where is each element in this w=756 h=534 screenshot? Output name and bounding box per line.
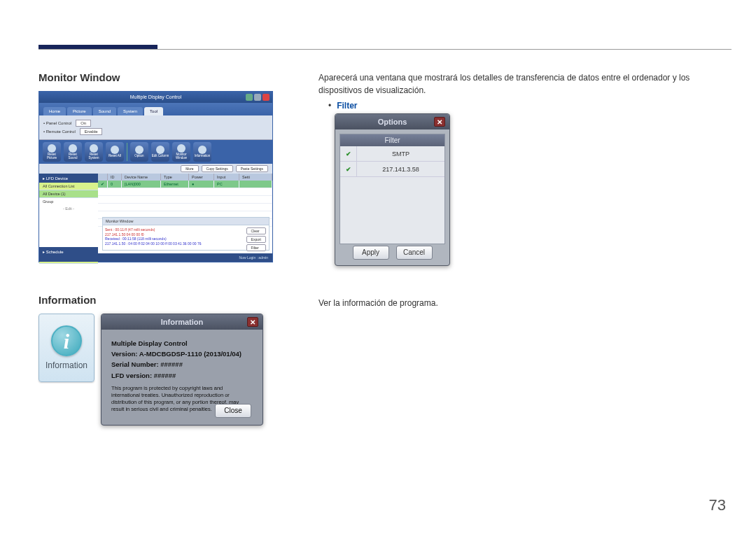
side-row-allconn[interactable]: All Connection List bbox=[39, 183, 98, 190]
filter-dialog-title: Options ✕ bbox=[335, 114, 449, 129]
log-clear-button[interactable]: Clear bbox=[246, 227, 266, 234]
tb-option[interactable]: Option bbox=[130, 142, 148, 162]
filter-value: 217.141.3.58 bbox=[357, 166, 444, 173]
filter-row[interactable]: ✔ SMTP bbox=[340, 146, 444, 162]
filter-value: SMTP bbox=[357, 150, 444, 157]
reset-picture-icon bbox=[48, 144, 56, 153]
close-icon[interactable] bbox=[262, 94, 270, 101]
cancel-button[interactable]: Cancel bbox=[396, 246, 433, 260]
side-hdr-lfd[interactable]: ▸ LFD Device bbox=[39, 174, 98, 183]
tab-picture[interactable]: Picture bbox=[67, 107, 92, 115]
mw-title: Multiple Display Control bbox=[130, 94, 182, 99]
information-icon-card[interactable]: i Information bbox=[38, 314, 94, 382]
tab-sound[interactable]: Sound bbox=[93, 107, 116, 115]
header-rule bbox=[38, 49, 732, 50]
close-button[interactable]: Close bbox=[215, 404, 251, 418]
reset-system-icon bbox=[90, 144, 98, 153]
log-export-button[interactable]: Export bbox=[246, 236, 266, 243]
opt-panel-label: • Panel Control bbox=[43, 121, 71, 125]
tab-system[interactable]: System bbox=[118, 107, 143, 115]
check-icon[interactable]: ✔ bbox=[340, 146, 357, 161]
tb-reset-sound[interactable]: Reset Sound bbox=[64, 142, 82, 162]
opt-remote-label: • Remote Control bbox=[43, 129, 76, 134]
mw-subtoolbar: More Copy Settings Paste Settings bbox=[39, 164, 272, 174]
filter-bullet: •Filter bbox=[318, 101, 728, 111]
tb-monitor-window[interactable]: Monitor Window bbox=[172, 142, 190, 162]
log-filter-button[interactable]: Filter bbox=[246, 244, 266, 251]
monitor-description: Aparecerá una ventana que mostrará los d… bbox=[318, 71, 728, 97]
info-lfd-version: LFD version: ###### bbox=[111, 370, 253, 381]
tb-information[interactable]: Information bbox=[193, 142, 211, 162]
reset-all-icon bbox=[111, 146, 119, 154]
mw-options-area: • Panel Control On • Remote Control Enab… bbox=[39, 115, 272, 140]
mw-sidebar: ▸ LFD Device All Connection List All Dev… bbox=[39, 174, 98, 257]
tb-reset-system[interactable]: Reset System bbox=[85, 142, 103, 162]
section-title-monitor: Monitor Window bbox=[38, 71, 280, 83]
close-icon[interactable]: ✕ bbox=[247, 317, 258, 327]
info-serial: Serial Number: ###### bbox=[111, 359, 253, 370]
check-icon[interactable]: ✔ bbox=[340, 162, 357, 176]
tab-tool[interactable]: Tool bbox=[144, 107, 163, 115]
window-controls bbox=[246, 94, 270, 101]
minimize-icon[interactable] bbox=[246, 94, 253, 101]
information-dialog: Information ✕ Multiple Display Control V… bbox=[101, 314, 263, 426]
mw-tab-strip: Home Picture Sound System Tool bbox=[39, 103, 272, 115]
apply-button[interactable]: Apply bbox=[353, 246, 389, 260]
grid-row-empty bbox=[98, 196, 272, 204]
page-number: 73 bbox=[709, 496, 726, 514]
reset-sound-icon bbox=[69, 144, 77, 153]
tb-reset-all[interactable]: Reset All bbox=[106, 142, 124, 162]
btn-paste-settings[interactable]: Paste Settings bbox=[236, 165, 268, 172]
maximize-icon[interactable] bbox=[254, 94, 261, 101]
btn-more[interactable]: More bbox=[181, 165, 198, 172]
information-description: Ver la información de programa. bbox=[318, 297, 728, 309]
section-title-information: Information bbox=[38, 294, 280, 306]
filter-dialog: Options ✕ Filter ✔ SMTP ✔ 217.141.3.58 A… bbox=[335, 113, 450, 266]
info-dialog-title: Information ✕ bbox=[102, 314, 262, 330]
monitor-window-icon bbox=[177, 144, 186, 153]
option-icon bbox=[135, 146, 144, 154]
mw-titlebar: Multiple Display Control bbox=[39, 92, 272, 103]
side-row-edit[interactable]: - Edit - bbox=[39, 205, 98, 212]
info-version: Version: A-MDCBGDSP-1110 (2013/01/04) bbox=[111, 349, 253, 359]
opt-panel-value[interactable]: On bbox=[76, 120, 91, 127]
info-icon: i bbox=[51, 325, 82, 356]
filter-column-header: Filter bbox=[340, 134, 444, 146]
tab-home[interactable]: Home bbox=[43, 107, 66, 115]
grid-row-selected[interactable]: ✔ 0 [LAN]000 Ethernet ● PC bbox=[98, 181, 272, 188]
btn-copy-settings[interactable]: Copy Settings bbox=[202, 165, 233, 172]
side-row-alldevice[interactable]: All Device (1) bbox=[39, 190, 98, 198]
info-icon-label: Information bbox=[46, 360, 88, 370]
mw-toolbar: Reset Picture Reset Sound Reset System R… bbox=[39, 140, 272, 164]
log-title: Monitor Window bbox=[103, 218, 269, 225]
edit-column-icon bbox=[156, 146, 164, 154]
grid-header: ID Device Name Type Power Input Setti bbox=[98, 174, 272, 181]
monitor-window-screenshot: Multiple Display Control Home Picture So… bbox=[38, 91, 273, 262]
filter-row[interactable]: ✔ 217.141.3.58 bbox=[340, 162, 444, 177]
side-row-group[interactable]: Group bbox=[39, 198, 98, 205]
mw-status-bar: Now Login : admin bbox=[39, 253, 272, 262]
close-icon[interactable]: ✕ bbox=[434, 117, 445, 127]
info-product: Multiple Display Control bbox=[111, 338, 253, 349]
grid-row-empty bbox=[98, 188, 272, 196]
grid-row-empty bbox=[98, 204, 272, 211]
information-icon bbox=[198, 146, 206, 154]
mw-log-panel: Monitor Window Sent : 00:11:ff (47 milli… bbox=[102, 217, 270, 251]
tb-reset-picture[interactable]: Reset Picture bbox=[43, 142, 61, 162]
tb-edit-column[interactable]: Edit Column bbox=[151, 142, 169, 162]
opt-remote-value[interactable]: Enable bbox=[80, 128, 103, 135]
log-line: 217.141.1.50 : 04 00 ff 02 04 00 10 00 f… bbox=[105, 241, 267, 246]
